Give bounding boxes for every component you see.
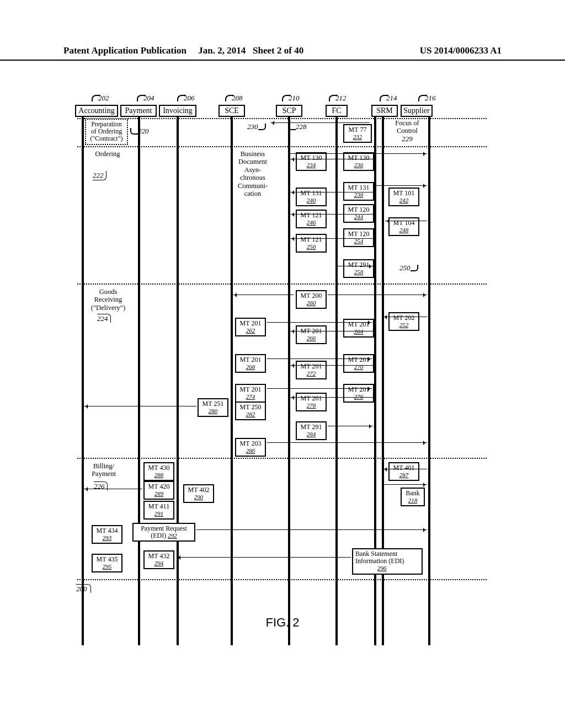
lane-fc: FC — [326, 105, 348, 117]
phase-sep-4 — [77, 579, 487, 580]
mt-293: MT 434293 — [92, 525, 122, 544]
bdac-note: Business Document Asyn- chronous Communi… — [233, 150, 273, 197]
lane-ref-212: 212 — [335, 94, 347, 103]
lifeline-supplier — [428, 117, 430, 645]
mt-284: MT 291284 — [296, 421, 327, 440]
mt-236: MT 130236 — [343, 152, 374, 171]
phase-sep-3 — [77, 458, 487, 459]
lane-accounting: Accounting — [75, 105, 118, 117]
lane-srm: SRM — [371, 105, 398, 117]
ref-226: 226 — [94, 482, 108, 491]
mt-262: MT 201262 — [235, 318, 266, 336]
mt-278: MT 201278 — [296, 393, 327, 411]
mt-289: MT 420289 — [143, 481, 174, 500]
ref-224: 224 — [97, 314, 111, 323]
page: Patent Application Publication Jan. 2, 2… — [0, 0, 565, 728]
focus-of-control: Focus of Control 229 — [390, 119, 425, 143]
mt-260: MT 200260 — [296, 290, 327, 309]
phase-delivery: Goods Receiving ("Delivery") — [87, 288, 129, 312]
mt-258: MT 291258 — [343, 259, 374, 278]
ref-200: 200 — [76, 585, 91, 593]
lane-sce: SCE — [218, 105, 245, 117]
mt-295: MT 435295 — [92, 554, 122, 572]
ref-228: 228 — [296, 122, 307, 131]
phase-billing: Billing/ Payment — [87, 462, 120, 478]
phase-sep-1 — [77, 146, 487, 147]
ref-220: 220 — [138, 127, 149, 136]
payment-request: Payment Request (EDI) 292 — [132, 523, 195, 542]
lane-ref-206: 206 — [184, 94, 195, 103]
ref-230: 230 — [247, 122, 258, 131]
phase-sep-2 — [77, 283, 487, 285]
lifeline-accounting — [82, 117, 84, 645]
mt-232: MT 77232 — [343, 124, 372, 143]
ref-250: 250 — [399, 264, 411, 272]
mt-282: MT 250282 — [235, 402, 266, 420]
ref-222: 222 — [93, 171, 106, 180]
mt-291: MT 411291 — [143, 501, 174, 520]
phase-ordering: Ordering — [90, 150, 125, 158]
lane-ref-210: 210 — [289, 94, 300, 103]
lane-ref-202: 202 — [98, 94, 109, 103]
phase-sep-0 — [77, 118, 487, 119]
figure-label: FIG. 2 — [0, 615, 565, 630]
mt-266: MT 201266 — [296, 325, 327, 344]
mt-242: MT 101242 — [388, 188, 419, 206]
mt-290: MT 402290 — [183, 484, 214, 503]
mt-286: MT 203286 — [235, 438, 266, 457]
bank-box: Bank218 — [401, 488, 425, 506]
mt-246: MT 121246 — [296, 210, 327, 228]
mt-274: MT 201274 — [235, 384, 266, 403]
lane-invoicing: Invoicing — [159, 105, 196, 117]
header-date-sheet: Jan. 2, 2014 Sheet 2 of 40 — [198, 45, 303, 56]
mt-252: MT 202252 — [388, 312, 419, 331]
lifeline-invoicing — [177, 117, 179, 645]
lane-ref-214: 214 — [386, 94, 397, 103]
mt-268: MT 201268 — [235, 354, 266, 373]
lane-scp: SCP — [276, 105, 302, 117]
bank-stmt: Bank Statement Information (EDI) 296 — [352, 548, 423, 575]
lifeline-payment — [138, 117, 140, 645]
mt-294: MT 432294 — [143, 550, 174, 569]
mt-256: MT 121256 — [296, 234, 327, 253]
lane-supplier: Supplier — [401, 105, 433, 117]
phase-preparation: Preparation of Ordering ("Contract") — [85, 119, 128, 145]
lane-ref-216: 216 — [425, 94, 436, 103]
arrow-top — [270, 122, 370, 123]
lane-ref-208: 208 — [232, 94, 243, 103]
lifeline-scp — [288, 117, 290, 645]
lane-payment: Payment — [120, 105, 157, 117]
mt-234: MT 130234 — [296, 152, 327, 171]
mt-240: MT 131240 — [296, 188, 327, 206]
header-publication: Patent Application Publication — [63, 45, 186, 56]
mt-272: MT 201272 — [296, 361, 327, 379]
mt-287: MT 401287 — [388, 462, 419, 481]
lane-ref-204: 204 — [143, 94, 154, 103]
lifeline-fc — [335, 117, 338, 645]
page-header: Patent Application Publication Jan. 2, 2… — [0, 45, 565, 61]
mt-288: MT 430288 — [143, 462, 174, 481]
mt-280: MT 251280 — [198, 398, 228, 417]
sequence-diagram: 202 204 206 208 210 212 214 216 Accounti… — [61, 72, 502, 645]
header-pubnum: US 2014/0006233 A1 — [420, 45, 502, 56]
